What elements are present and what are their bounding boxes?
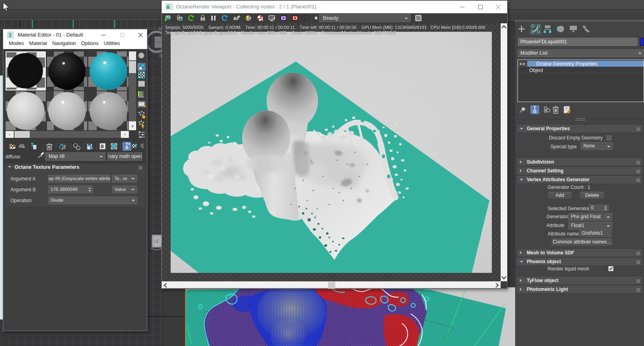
svg-text:AF: AF <box>233 16 239 21</box>
svg-text:3: 3 <box>8 32 11 38</box>
svg-text:N: N <box>159 26 162 32</box>
svg-text:TO: TO <box>156 41 161 45</box>
svg-text:0: 0 <box>101 143 104 149</box>
svg-text:LE: LE <box>154 239 159 244</box>
svg-text:S: S <box>159 53 162 59</box>
